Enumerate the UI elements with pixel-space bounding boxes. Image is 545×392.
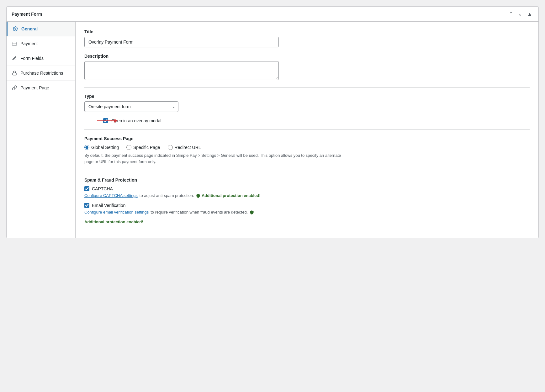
configure-captcha-link[interactable]: Configure CAPTCHA settings	[84, 193, 138, 198]
title-input[interactable]	[84, 37, 279, 47]
email-verification-checkbox[interactable]	[84, 203, 89, 208]
radio-global-setting[interactable]: Global Setting	[84, 145, 119, 150]
overlay-modal-label: Open in an overlay modal	[111, 118, 161, 123]
type-select[interactable]: On-site payment form Off-site payment fo…	[84, 101, 178, 112]
description-input[interactable]	[84, 61, 279, 80]
captcha-row: CAPTCHA	[84, 186, 530, 191]
sidebar-payment-page-label: Payment Page	[20, 85, 49, 90]
captcha-protection-badge: Additional protection enabled!	[196, 193, 261, 198]
divider-1	[84, 87, 530, 87]
captcha-label: CAPTCHA	[92, 186, 113, 191]
radio-redirect-url[interactable]: Redirect URL	[168, 145, 201, 150]
link-icon	[12, 85, 17, 91]
captcha-protection-line: Configure CAPTCHA settings to adjust ant…	[84, 193, 530, 198]
spam-fraud-section: Spam & Fraud Protection CAPTCHA Configur…	[84, 177, 530, 224]
payment-success-help: By default, the payment success page ind…	[84, 152, 341, 165]
red-arrow	[97, 119, 118, 123]
sidebar-form-fields-label: Form Fields	[20, 56, 44, 61]
type-label: Type	[84, 94, 530, 99]
title-field-group: Title	[84, 29, 530, 47]
type-field-group: Type On-site payment form Off-site payme…	[84, 94, 530, 112]
svg-point-0	[15, 28, 16, 29]
payment-success-radio-group: Global Setting Specific Page Redirect UR…	[84, 145, 530, 150]
email-verification-row: Email Verification	[84, 203, 530, 208]
arrow-head	[114, 119, 118, 123]
radio-redirect-input[interactable]	[168, 145, 173, 150]
edit-icon	[12, 56, 17, 61]
sidebar-payment-label: Payment	[20, 41, 38, 46]
sidebar-general-label: General	[21, 26, 38, 31]
sidebar-item-purchase-restrictions[interactable]: Purchase Restrictions	[7, 66, 75, 81]
panel-header: Payment Form ⌃ ⌄ ▲	[7, 7, 538, 22]
collapse-down-button[interactable]: ⌄	[517, 10, 523, 18]
radio-global-input[interactable]	[84, 145, 89, 150]
captcha-additional-text: Additional protection enabled!	[202, 193, 261, 198]
overlay-modal-row: Open in an overlay modal	[103, 118, 530, 123]
captcha-configure-suffix: to adjust anti-spam protection.	[140, 193, 194, 198]
spam-fraud-title: Spam & Fraud Protection	[84, 177, 530, 183]
description-field-group: Description	[84, 54, 530, 81]
captcha-checkbox[interactable]	[84, 186, 89, 191]
payment-success-section: Payment Success Page Global Setting Spec…	[84, 136, 530, 165]
email-verification-label: Email Verification	[92, 203, 125, 208]
email-configure-suffix: to require verification when fraud event…	[151, 210, 248, 215]
panel-title: Payment Form	[12, 12, 42, 17]
email-additional-protection: Additional protection enabled!	[84, 220, 530, 224]
card-icon	[12, 41, 17, 46]
sidebar-item-payment-page[interactable]: Payment Page	[7, 81, 75, 95]
shield-icon-captcha	[196, 193, 200, 198]
collapse-up-button[interactable]: ⌃	[508, 10, 514, 18]
payment-form-panel: Payment Form ⌃ ⌄ ▲ General	[6, 6, 539, 238]
radio-specific-label: Specific Page	[133, 145, 160, 150]
gear-icon	[13, 26, 18, 32]
title-label: Title	[84, 29, 530, 34]
sidebar-item-general[interactable]: General	[7, 22, 75, 36]
radio-specific-page[interactable]: Specific Page	[126, 145, 160, 150]
svg-rect-1	[12, 42, 17, 45]
main-content: Title Description Type On-site payment f…	[76, 22, 538, 238]
expand-button[interactable]: ▲	[526, 10, 533, 18]
shield-icon-email	[250, 210, 254, 215]
arrow-line	[97, 120, 114, 121]
sidebar-purchase-restrictions-label: Purchase Restrictions	[20, 71, 63, 76]
svg-rect-3	[13, 73, 16, 75]
radio-specific-input[interactable]	[126, 145, 131, 150]
configure-email-link[interactable]: Configure email verification settings	[84, 210, 149, 215]
email-protection-line: Configure email verification settings to…	[84, 210, 530, 215]
sidebar-item-payment[interactable]: Payment	[7, 36, 75, 51]
radio-redirect-label: Redirect URL	[175, 145, 201, 150]
payment-success-title: Payment Success Page	[84, 136, 530, 141]
divider-3	[84, 171, 530, 171]
panel-body: General Payment Form Fie	[7, 22, 538, 238]
sidebar-item-form-fields[interactable]: Form Fields	[7, 51, 75, 66]
divider-2	[84, 130, 530, 130]
lock-icon	[12, 70, 17, 76]
radio-global-label: Global Setting	[91, 145, 119, 150]
sidebar: General Payment Form Fie	[7, 22, 76, 238]
description-label: Description	[84, 54, 530, 59]
type-select-wrapper: On-site payment form Off-site payment fo…	[84, 101, 178, 112]
header-controls: ⌃ ⌄ ▲	[508, 10, 533, 18]
